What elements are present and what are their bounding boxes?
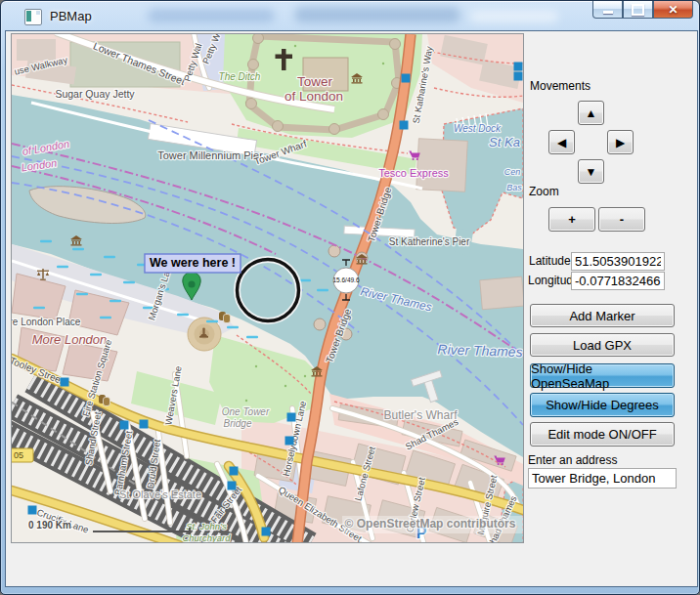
svg-text:© OpenStreetMap contributors: © OpenStreetMap contributors: [345, 517, 516, 531]
seamark-dash: [57, 266, 68, 268]
seamark-dash: [317, 289, 328, 291]
map-label: of London: [284, 89, 343, 104]
latitude-label: Latitude: [529, 254, 571, 268]
map-label: Cen: [504, 167, 521, 177]
edit-point-handle[interactable]: [28, 506, 37, 515]
edit-point-handle[interactable]: [514, 63, 523, 71]
map-label: Butler's Wharf: [384, 408, 459, 422]
map-label: One Tower: [222, 406, 270, 417]
seamark-dash: [299, 279, 311, 281]
map-label: Bridge: [224, 418, 252, 429]
map-label: St. John's: [186, 521, 227, 531]
map-label: River Thames: [437, 341, 523, 360]
minimize-button[interactable]: [592, 1, 623, 19]
map-label: West Dock: [454, 123, 502, 134]
edit-point-handle[interactable]: [120, 421, 129, 430]
app-icon: [24, 9, 42, 25]
map-label: More London Place: [12, 317, 81, 327]
window: PBMap ✕: [0, 0, 700, 595]
map-label: St Ka: [489, 135, 520, 149]
map-label: St Olave's Estate: [119, 489, 201, 500]
seamark-dash: [40, 240, 52, 242]
move-up-button[interactable]: ▲: [578, 101, 604, 125]
maximize-icon: [632, 4, 644, 16]
seamark-dash: [33, 307, 45, 309]
seamark-dash: [72, 248, 84, 250]
window-title: PBMap: [50, 9, 92, 23]
seamark-dash: [100, 317, 111, 319]
toggle-openseamap-button[interactable]: Show/Hide OpenSeaMap: [530, 363, 675, 388]
zoom-in-button[interactable]: +: [548, 207, 595, 232]
seamark-dash: [227, 326, 239, 328]
seamark-dash: [123, 281, 135, 283]
map-label: Bas: [506, 183, 522, 192]
client-area: P 05 use WalkwayLower Thames StreetPetty…: [5, 30, 698, 587]
minimize-icon: [603, 11, 613, 14]
move-left-button[interactable]: ◀: [548, 130, 575, 154]
move-right-button[interactable]: ▶: [607, 130, 634, 154]
close-icon: ✕: [668, 3, 678, 17]
zoom-out-button[interactable]: -: [598, 207, 645, 232]
right-arrow-icon: ▶: [616, 136, 625, 149]
map-label: Sugar Quay Jetty: [55, 88, 135, 100]
latitude-input[interactable]: [571, 252, 665, 271]
edit-point-handle[interactable]: [285, 437, 294, 446]
seamark-dash: [246, 336, 258, 338]
svg-text:05: 05: [14, 450, 23, 460]
svg-text:0 190 Km: 0 190 Km: [28, 520, 71, 531]
map-label: St Katherine's Pier: [389, 236, 470, 247]
seamark-dash: [177, 314, 189, 316]
zoom-label: Zoom: [529, 185, 559, 198]
road-ref-badge: 05: [12, 448, 33, 462]
map-label: The Ditch: [219, 71, 261, 82]
seamark-dash: [104, 256, 115, 258]
load-gpx-button[interactable]: Load GPX: [530, 333, 675, 357]
map-attribution: © OpenStreetMap contributors: [342, 516, 523, 533]
map-label: Tesco Express: [378, 167, 449, 179]
seamark-dash: [109, 300, 121, 302]
seamark-dash: [206, 320, 218, 322]
marker-label[interactable]: We were here !: [145, 254, 241, 273]
map-label: Tower: [297, 74, 333, 89]
edit-point-handle[interactable]: [402, 74, 411, 83]
edit-point-handle[interactable]: [287, 413, 296, 422]
left-arrow-icon: ◀: [557, 136, 566, 149]
address-input[interactable]: [528, 468, 677, 489]
up-arrow-icon: ▲: [586, 106, 597, 120]
map-viewport[interactable]: P 05 use WalkwayLower Thames StreetPetty…: [12, 34, 523, 542]
svg-text:15.6/49.6: 15.6/49.6: [332, 276, 359, 283]
edit-point-handle[interactable]: [400, 121, 409, 130]
movements-label: Movements: [530, 79, 591, 93]
add-marker-button[interactable]: Add Marker: [530, 304, 675, 327]
edit-point-handle[interactable]: [228, 482, 237, 490]
seamark-dash: [90, 274, 102, 276]
edit-point-handle[interactable]: [230, 467, 239, 476]
move-down-button[interactable]: ▼: [578, 159, 604, 184]
svg-text:We were here !: We were here !: [150, 256, 236, 270]
longitude-input[interactable]: [571, 272, 665, 290]
edit-point-handle[interactable]: [262, 528, 271, 536]
toggle-degrees-button[interactable]: Show/Hide Degrees: [530, 393, 675, 417]
edit-point-handle[interactable]: [140, 420, 149, 429]
down-arrow-icon: ▼: [586, 165, 597, 179]
map-canvas[interactable]: P 05 use WalkwayLower Thames StreetPetty…: [12, 34, 523, 542]
seamark-dash: [76, 293, 88, 295]
edit-point-handle[interactable]: [61, 378, 69, 387]
edit-point-handle[interactable]: [514, 72, 523, 81]
edit-mode-button[interactable]: Edit mode ON/OFF: [530, 422, 675, 446]
address-label: Enter an address: [528, 453, 617, 467]
maximize-button[interactable]: [623, 1, 653, 19]
map-label: Tower Millennium Pier: [157, 149, 263, 161]
close-button[interactable]: ✕: [653, 1, 693, 19]
titlebar[interactable]: PBMap ✕: [1, 1, 700, 30]
map-label: More London: [32, 332, 108, 347]
